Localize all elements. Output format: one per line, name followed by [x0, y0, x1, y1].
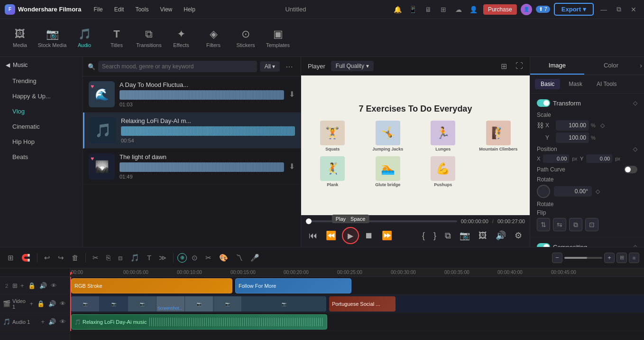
- pos-y-input[interactable]: [586, 154, 612, 163]
- voice-button[interactable]: 🎤: [248, 252, 262, 264]
- sidebar-item-cinematic[interactable]: Cinematic: [3, 119, 80, 134]
- compositing-keyframe-icon[interactable]: ◇: [633, 244, 637, 247]
- menu-tools[interactable]: Tools: [131, 4, 152, 15]
- redo-button[interactable]: ↪: [55, 252, 67, 264]
- transform-toggle[interactable]: [537, 99, 550, 107]
- menu-file[interactable]: File: [90, 4, 106, 15]
- grid-icon[interactable]: ⊞: [438, 4, 449, 15]
- scale-y-input[interactable]: [556, 132, 589, 143]
- cut-button[interactable]: ✂: [90, 252, 101, 264]
- progress-handle[interactable]: [306, 218, 312, 224]
- noise-button[interactable]: 〽: [233, 252, 246, 264]
- flip-vertical-button[interactable]: ⇆: [553, 218, 566, 231]
- track-add-button-v1[interactable]: +: [28, 299, 34, 308]
- monitor-icon[interactable]: 🖥: [423, 4, 434, 15]
- minimize-button[interactable]: —: [598, 6, 610, 13]
- cloud-icon[interactable]: ☁: [453, 4, 464, 15]
- scale-x-keyframe[interactable]: ◇: [600, 122, 605, 129]
- track-add-button-2[interactable]: +: [19, 281, 25, 290]
- grid-view-button[interactable]: ⊞: [616, 253, 627, 263]
- subtab-basic[interactable]: Basic: [535, 79, 560, 89]
- track-volume-button-2[interactable]: 🔊: [38, 281, 48, 290]
- transform-keyframe-icon[interactable]: ◇: [633, 100, 637, 106]
- audio-item-1[interactable]: 🌊 ♥ A Day To Mood Fluctua... 01:03 ⬇: [83, 76, 301, 113]
- track-lock-button-v1[interactable]: 🔒: [36, 299, 46, 308]
- track-eye-button-2[interactable]: 👁: [50, 281, 58, 290]
- download-icon-1[interactable]: ⬇: [289, 90, 295, 99]
- track-eye-button-a1[interactable]: 👁: [59, 317, 67, 326]
- quality-selector[interactable]: Full Quality ▾: [331, 61, 374, 71]
- track-volume-button-a1[interactable]: 🔊: [47, 317, 57, 326]
- auto-beat-button[interactable]: ⊕: [177, 253, 187, 263]
- audio-clip[interactable]: 🎵 Relaxing LoFi Day-Ai music: [71, 314, 327, 330]
- menu-edit[interactable]: Edit: [110, 4, 128, 15]
- sidebar-item-vlog[interactable]: Vlog: [3, 104, 80, 119]
- music-panel-header[interactable]: ◀ Music: [0, 57, 83, 73]
- camera-button[interactable]: 📷: [457, 228, 473, 243]
- crop-button[interactable]: ⧉: [442, 229, 454, 243]
- split-audio-button[interactable]: 🎵: [128, 252, 142, 264]
- copy-button[interactable]: ⎘: [103, 252, 113, 264]
- more-tools-button[interactable]: ≫: [156, 252, 169, 264]
- flip-horizontal-button[interactable]: ⇅: [537, 218, 550, 231]
- tool-titles[interactable]: T Titles: [101, 21, 132, 55]
- zoom-bar[interactable]: [564, 257, 602, 259]
- menu-view[interactable]: View: [156, 4, 176, 15]
- play-button[interactable]: ▶: [342, 227, 359, 244]
- progress-track[interactable]: [306, 220, 457, 222]
- loop-button[interactable]: {: [419, 229, 428, 243]
- rgb-stroke-clip[interactable]: RGB Stroke: [71, 278, 232, 293]
- screenshot-button[interactable]: 🖼: [476, 229, 490, 243]
- maximize-button[interactable]: ⧉: [614, 5, 624, 13]
- split-view-icon[interactable]: ⊞: [501, 62, 507, 71]
- sidebar-item-hiphop[interactable]: Hip Hop: [3, 134, 80, 149]
- pos-x-input[interactable]: [543, 154, 569, 163]
- scale-x-input[interactable]: [556, 120, 589, 131]
- track-volume-button-v1[interactable]: 🔊: [47, 299, 57, 308]
- social-clip[interactable]: Portuguese Social ...: [329, 296, 396, 312]
- menu-help[interactable]: Help: [180, 4, 199, 15]
- more-options-button[interactable]: ⋯: [283, 61, 296, 72]
- tool-audio[interactable]: 🎵 Audio: [69, 21, 100, 55]
- settings-button[interactable]: ⚙: [512, 228, 525, 243]
- notification-icon[interactable]: 🔔: [392, 4, 404, 15]
- text-button[interactable]: T: [144, 252, 154, 264]
- sidebar-item-trending[interactable]: Trending: [3, 74, 80, 88]
- audio-item-2[interactable]: 🎵 Relaxing LoFi Day-AI m... 00:54: [83, 113, 301, 149]
- path-curve-toggle[interactable]: [624, 166, 637, 173]
- rotate-dial[interactable]: [537, 185, 550, 198]
- download-icon-3[interactable]: ⬇: [289, 162, 295, 171]
- tool-effects[interactable]: ✦ Effects: [166, 21, 196, 55]
- video-thumbnails[interactable]: 📷 📷 📷 Screenshot... 📷 📷 📷: [71, 296, 326, 312]
- volume-button[interactable]: 🔊: [493, 228, 509, 243]
- purchase-button[interactable]: Purchase: [483, 4, 517, 15]
- step-back-button[interactable]: ⏪: [323, 228, 339, 243]
- person-icon[interactable]: 👤: [468, 4, 479, 15]
- step-fwd-button[interactable]: ⏩: [379, 228, 395, 243]
- zoom-in-button[interactable]: +: [604, 253, 615, 263]
- tool-transitions[interactable]: ⧉ Transitions: [134, 21, 164, 55]
- subtab-mask[interactable]: Mask: [563, 79, 588, 89]
- audio-item-3[interactable]: 🌄 ♥ The light of dawn 01:49 ⬇: [83, 149, 301, 185]
- track-eye-button-v1[interactable]: 👁: [59, 299, 67, 308]
- subtab-ai-tools[interactable]: AI Tools: [591, 79, 622, 89]
- phone-icon[interactable]: 📱: [407, 4, 419, 15]
- filter-dropdown[interactable]: All ▾: [260, 61, 280, 72]
- flip-option-4[interactable]: ⊡: [585, 218, 598, 231]
- stop-button[interactable]: ⏹: [362, 229, 376, 243]
- color-edit-button[interactable]: 🎨: [216, 252, 231, 264]
- list-view-button[interactable]: ≡: [629, 253, 639, 263]
- tabs-more-icon[interactable]: ›: [638, 57, 644, 75]
- magnetic-button[interactable]: 🧲: [18, 252, 33, 264]
- fullscreen-icon[interactable]: ⛶: [515, 62, 523, 70]
- go-to-start-button[interactable]: ⏮: [306, 229, 320, 243]
- rotate-input[interactable]: [554, 186, 592, 197]
- export-button[interactable]: Export ▾: [554, 3, 594, 16]
- close-button[interactable]: ✕: [628, 6, 639, 13]
- flip-option-3[interactable]: ⧉: [569, 218, 582, 231]
- tool-media[interactable]: 🖼 Media: [5, 21, 35, 55]
- sidebar-item-happy[interactable]: Happy & Up...: [3, 89, 80, 104]
- position-keyframe[interactable]: ◇: [633, 146, 637, 152]
- tool-stock-media[interactable]: 📷 Stock Media: [37, 21, 67, 55]
- edit-clip-button[interactable]: ✂: [202, 252, 214, 264]
